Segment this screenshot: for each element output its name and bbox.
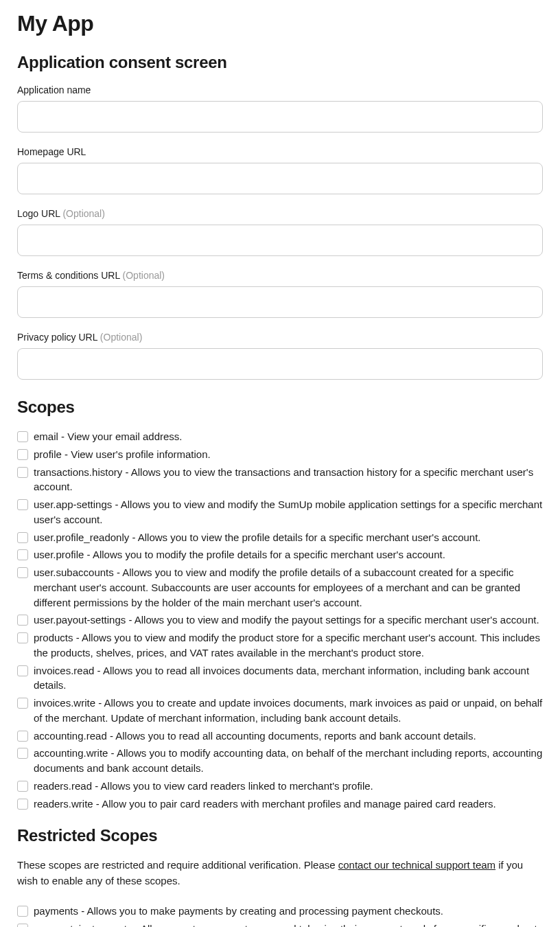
scope-checkbox[interactable] (17, 499, 28, 510)
optional-terms-url: (Optional) (123, 270, 165, 281)
field-homepage-url: Homepage URL (17, 146, 543, 194)
label-app-name: Application name (17, 84, 543, 95)
scope-item: user.profile_readonly - Allows you to vi… (17, 530, 543, 545)
scope-item: accounting.write - Allows you to modify … (17, 746, 543, 776)
restricted-scopes-section: Restricted Scopes These scopes are restr… (17, 826, 543, 927)
restricted-scope-item: payment_instruments - Allows you to save… (17, 922, 543, 927)
scope-checkbox[interactable] (17, 615, 28, 626)
restricted-scope-item: payments - Allows you to make payments b… (17, 904, 543, 919)
scope-checkbox[interactable] (17, 532, 28, 543)
label-text-privacy-url: Privacy policy URL (17, 332, 97, 343)
scope-checkbox[interactable] (17, 698, 28, 709)
input-privacy-url[interactable] (17, 348, 543, 380)
label-text-logo-url: Logo URL (17, 208, 60, 219)
scope-checkbox[interactable] (17, 799, 28, 810)
scope-label[interactable]: user.profile_readonly - Allows you to vi… (34, 530, 481, 545)
scope-item: transactions.history - Allows you to vie… (17, 465, 543, 495)
scope-item: user.app-settings - Allows you to view a… (17, 497, 543, 527)
scope-item: email - View your email address. (17, 429, 543, 444)
scope-checkbox[interactable] (17, 549, 28, 560)
field-privacy-url: Privacy policy URL (Optional) (17, 332, 543, 380)
restricted-scope-label[interactable]: payment_instruments - Allows you to save… (34, 922, 543, 927)
label-homepage-url: Homepage URL (17, 146, 543, 157)
scope-checkbox[interactable] (17, 449, 28, 460)
scope-label[interactable]: user.payout-settings - Allows you to vie… (34, 613, 539, 628)
scope-item: user.payout-settings - Allows you to vie… (17, 613, 543, 628)
label-text-homepage-url: Homepage URL (17, 146, 86, 157)
optional-logo-url: (Optional) (62, 208, 104, 219)
field-app-name: Application name (17, 84, 543, 133)
scope-label[interactable]: transactions.history - Allows you to vie… (34, 465, 543, 495)
scope-item: products - Allows you to view and modify… (17, 630, 543, 661)
scope-item: readers.read - Allows you to view card r… (17, 779, 543, 794)
scope-item: invoices.read - Allows you to read all i… (17, 663, 543, 694)
scope-checkbox[interactable] (17, 431, 28, 442)
consent-heading: Application consent screen (17, 53, 543, 72)
scope-label[interactable]: products - Allows you to view and modify… (34, 630, 543, 661)
scope-checkbox[interactable] (17, 632, 28, 643)
field-terms-url: Terms & conditions URL (Optional) (17, 270, 543, 318)
scopes-list: email - View your email address.profile … (17, 429, 543, 811)
page-title: My App (17, 11, 543, 36)
consent-screen-section: Application consent screen Application n… (17, 53, 543, 380)
restricted-scope-checkbox[interactable] (17, 924, 28, 927)
optional-privacy-url: (Optional) (100, 332, 142, 343)
restricted-scope-label[interactable]: payments - Allows you to make payments b… (34, 904, 443, 919)
restricted-list: payments - Allows you to make payments b… (17, 904, 543, 927)
scopes-heading: Scopes (17, 398, 543, 417)
scope-item: profile - View user's profile informatio… (17, 447, 543, 462)
scope-label[interactable]: user.profile - Allows you to modify the … (34, 547, 445, 562)
scope-item: user.subaccounts - Allows you to view an… (17, 565, 543, 610)
scope-label[interactable]: user.app-settings - Allows you to view a… (34, 497, 543, 527)
input-app-name[interactable] (17, 101, 543, 133)
input-homepage-url[interactable] (17, 163, 543, 194)
input-terms-url[interactable] (17, 286, 543, 318)
scope-checkbox[interactable] (17, 567, 28, 578)
scope-item: user.profile - Allows you to modify the … (17, 547, 543, 562)
label-logo-url: Logo URL (Optional) (17, 208, 543, 219)
scope-label[interactable]: invoices.write - Allows you to create an… (34, 696, 543, 726)
scope-label[interactable]: readers.read - Allows you to view card r… (34, 779, 373, 794)
restricted-scope-checkbox[interactable] (17, 906, 28, 917)
input-logo-url[interactable] (17, 225, 543, 256)
label-text-terms-url: Terms & conditions URL (17, 270, 120, 281)
scope-label[interactable]: readers.write - Allow you to pair card r… (34, 797, 496, 812)
scope-item: invoices.write - Allows you to create an… (17, 696, 543, 726)
scope-checkbox[interactable] (17, 781, 28, 792)
scope-label[interactable]: user.subaccounts - Allows you to view an… (34, 565, 543, 610)
restricted-desc-before: These scopes are restricted and require … (17, 859, 338, 871)
scope-checkbox[interactable] (17, 731, 28, 742)
scope-checkbox[interactable] (17, 665, 28, 676)
restricted-heading: Restricted Scopes (17, 826, 543, 845)
label-privacy-url: Privacy policy URL (Optional) (17, 332, 543, 343)
scopes-section: Scopes email - View your email address.p… (17, 398, 543, 811)
scope-checkbox[interactable] (17, 748, 28, 759)
scope-label[interactable]: invoices.read - Allows you to read all i… (34, 663, 543, 694)
field-logo-url: Logo URL (Optional) (17, 208, 543, 256)
scope-item: readers.write - Allow you to pair card r… (17, 797, 543, 812)
scope-label[interactable]: email - View your email address. (34, 429, 182, 444)
support-link[interactable]: contact our technical support team (338, 859, 495, 871)
label-text-app-name: Application name (17, 84, 91, 95)
scope-label[interactable]: profile - View user's profile informatio… (34, 447, 211, 462)
scope-item: accounting.read - Allows you to read all… (17, 729, 543, 744)
scope-label[interactable]: accounting.read - Allows you to read all… (34, 729, 476, 744)
scope-label[interactable]: accounting.write - Allows you to modify … (34, 746, 543, 776)
scope-checkbox[interactable] (17, 467, 28, 478)
label-terms-url: Terms & conditions URL (Optional) (17, 270, 543, 281)
restricted-description: These scopes are restricted and require … (17, 858, 543, 889)
